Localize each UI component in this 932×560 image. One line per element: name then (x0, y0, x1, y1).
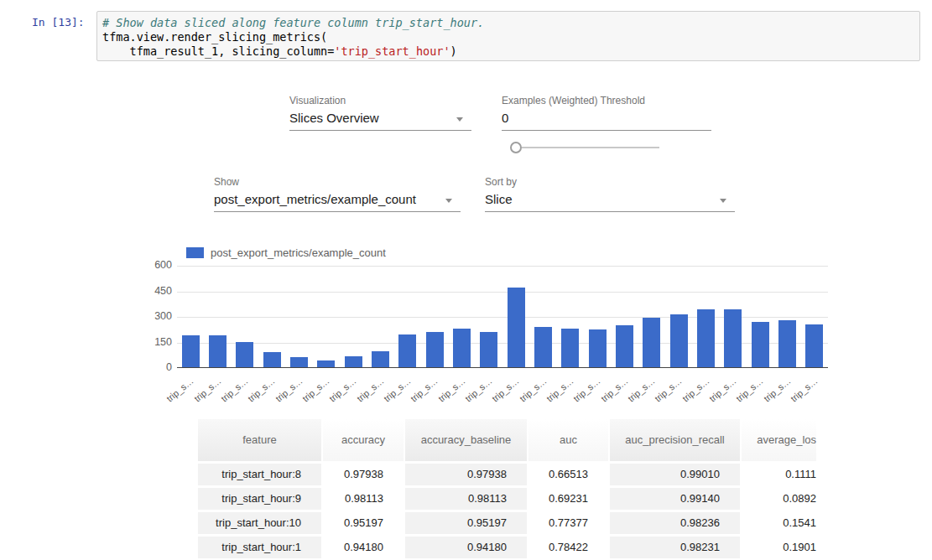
table-header-row: featureaccuracyaccuracy_baselineaucauc_p… (198, 419, 816, 461)
cell-prompt: In [13]: (32, 16, 85, 29)
bar[interactable] (534, 327, 552, 367)
metric-cell: 0.66513 (528, 464, 610, 485)
bar[interactable] (263, 352, 281, 367)
metric-cell: 0.98236 (610, 512, 742, 534)
metric-cell: 0.78422 (528, 537, 610, 558)
bar[interactable] (724, 309, 742, 367)
bar[interactable] (670, 314, 688, 367)
feature-cell: trip_start_hour:10 (198, 512, 323, 534)
metric-cell: 0.98113 (323, 488, 405, 510)
bar[interactable] (426, 332, 444, 367)
code-editor[interactable]: # Show data sliced along feature column … (96, 11, 920, 61)
threshold-input[interactable]: 0 (502, 109, 711, 131)
column-header[interactable]: accuracy_baseline (405, 419, 528, 461)
sort-by-label: Sort by (485, 176, 517, 188)
table-row[interactable]: trip_start_hour:80.979380.979380.665130.… (198, 464, 816, 485)
metric-cell: 0.95197 (323, 512, 405, 534)
bar[interactable] (561, 329, 579, 367)
bar[interactable] (290, 357, 308, 367)
threshold-label: Examples (Weighted) Threshold (502, 95, 645, 106)
feature-cell: trip_start_hour:9 (198, 488, 323, 510)
metrics-table: featureaccuracyaccuracy_baselineaucauc_p… (198, 419, 816, 560)
metric-cell: 0.97938 (323, 464, 405, 485)
y-tick-label: 150 (126, 336, 172, 348)
metric-cell: 0.1541 (742, 512, 816, 534)
threshold-slider-track[interactable] (522, 147, 659, 148)
column-header[interactable]: auc_precision_recall (610, 419, 742, 461)
bar[interactable] (778, 320, 796, 367)
feature-cell: trip_start_hour:1 (198, 537, 323, 558)
metric-cell: 0.99010 (610, 464, 742, 485)
metric-cell: 0.97938 (405, 464, 528, 485)
sort-by-dropdown[interactable]: Slice (485, 190, 735, 212)
metric-cell: 0.98231 (610, 537, 742, 558)
bar[interactable] (453, 329, 471, 367)
code-line-3: tfma_result_1, slicing_column='trip_star… (102, 44, 914, 59)
bar[interactable] (317, 360, 335, 367)
chevron-down-icon (456, 117, 463, 122)
code-line-2: tfma.view.render_slicing_metrics( (102, 30, 914, 44)
bar[interactable] (616, 325, 633, 367)
table-row[interactable]: trip_start_hour:10.941800.941800.784220.… (198, 537, 816, 558)
column-header[interactable]: auc (528, 419, 610, 461)
bar[interactable] (480, 332, 497, 367)
legend-swatch (186, 247, 204, 258)
y-tick-label: 600 (126, 259, 172, 271)
y-tick-label: 0 (126, 361, 172, 373)
bar[interactable] (589, 329, 607, 367)
bar[interactable] (643, 318, 660, 367)
y-tick-label: 300 (126, 310, 172, 322)
metric-cell: 0.94180 (323, 537, 405, 558)
column-header[interactable]: accuracy (323, 419, 405, 461)
metric-cell: 0.98113 (405, 488, 528, 510)
bar[interactable] (697, 309, 715, 367)
metric-cell: 0.77377 (528, 512, 610, 534)
bar[interactable] (182, 335, 200, 367)
column-header[interactable]: feature (198, 419, 323, 461)
code-comment-line: # Show data sliced along feature column … (102, 16, 914, 30)
chevron-down-icon (720, 199, 726, 203)
table-row[interactable]: trip_start_hour:100.951970.951970.773770… (198, 512, 816, 534)
bar[interactable] (398, 334, 416, 367)
metric-cell: 0.69231 (528, 488, 610, 510)
threshold-slider-handle[interactable] (510, 142, 522, 153)
metric-cell: 0.94180 (405, 537, 528, 558)
bar[interactable] (209, 335, 226, 367)
show-metric-dropdown[interactable]: post_export_metrics/example_count (214, 190, 461, 212)
gridline (177, 292, 828, 293)
metric-cell: 0.1901 (742, 537, 816, 558)
chevron-down-icon (445, 199, 452, 203)
metric-cell: 0.95197 (405, 512, 528, 534)
metric-cell: 0.1111 (742, 464, 816, 485)
table-row[interactable]: trip_start_hour:90.981130.981130.692310.… (198, 488, 816, 510)
gridline (177, 266, 828, 267)
bar[interactable] (805, 324, 823, 367)
show-label: Show (214, 176, 239, 188)
bar[interactable] (236, 342, 253, 367)
x-axis-baseline (177, 367, 828, 368)
visualization-dropdown[interactable]: Slices Overview (289, 109, 471, 131)
metric-cell: 0.0892 (742, 488, 816, 510)
bar-chart-plot (177, 266, 828, 368)
metric-cell: 0.99140 (610, 488, 742, 510)
visualization-label: Visualization (289, 95, 346, 106)
y-tick-label: 450 (126, 285, 172, 297)
legend-label: post_export_metrics/example_count (211, 246, 386, 259)
bar[interactable] (752, 322, 769, 367)
x-axis-labels: trip_s…trip_s…trip_s…trip_s…trip_s…trip_… (177, 376, 828, 409)
column-header[interactable]: average_los (742, 419, 816, 461)
bar[interactable] (345, 356, 362, 367)
bar[interactable] (508, 288, 525, 367)
feature-cell: trip_start_hour:8 (198, 464, 323, 485)
bar[interactable] (372, 351, 389, 367)
